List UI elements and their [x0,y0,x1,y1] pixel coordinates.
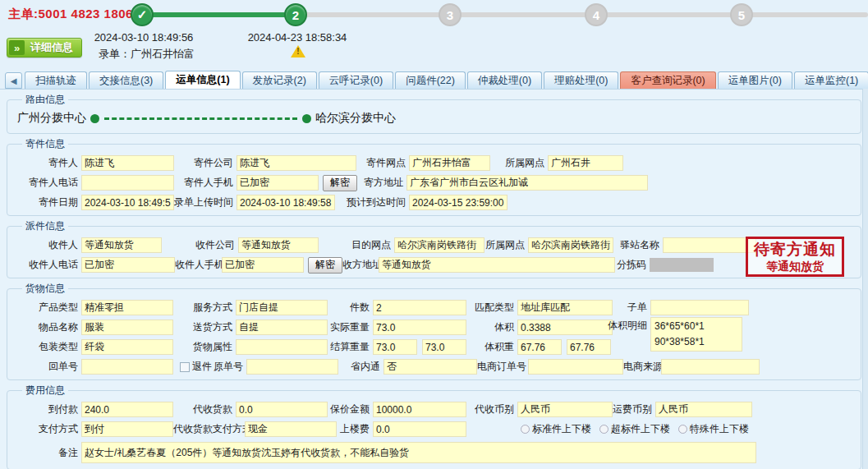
insured-amount-label: 保价金额 [328,402,373,416]
sender-company-field[interactable] [237,155,356,171]
pay-method-field[interactable] [81,421,173,437]
tab-waybill-info[interactable]: 运单信息(1) [165,71,240,89]
notice-stamp: 待寄方通知 等通知放货 [746,237,844,277]
step-3-circle: 3 [439,3,462,26]
actual-weight-field[interactable] [373,320,466,335]
receiver-company-field[interactable] [238,237,319,253]
floor-fee-field[interactable] [373,421,466,437]
insured-amount-field[interactable] [373,402,466,417]
detail-info-label: 详细信息 [26,40,81,55]
radio-standard-updown-label: 标准件上下楼 [532,422,591,436]
freight-currency-label: 运费币别 [613,402,655,416]
tab-waybill-monitor[interactable]: 运单监控(1) [794,71,868,89]
remark-field[interactable] [81,442,756,463]
eta-field[interactable] [409,195,507,210]
receipt-no-field[interactable] [81,359,173,375]
service-mode-label: 服务方式 [173,301,236,315]
package-type-field[interactable] [81,339,173,355]
route-line: 广州分拨中心 哈尔滨分拨中心 [12,108,856,129]
radio-standard-updown-icon[interactable] [521,425,530,434]
return-checkbox[interactable] [180,362,190,372]
volume-detail-field[interactable]: 36*65*60*1 90*38*58*1 [650,317,742,352]
double-chevron-icon: » [9,40,25,55]
dest-branch-field[interactable] [394,237,485,253]
ecom-order-field[interactable] [528,359,623,375]
settle-weight-field-1[interactable] [373,339,417,355]
service-mode-field[interactable] [236,300,328,315]
tab-handover-info[interactable]: 交接信息(3) [89,71,163,89]
sender-branch-label: 寄件网点 [356,156,409,170]
item-name-label: 物品名称 [12,320,81,334]
tab-claims[interactable]: 理赔处理(0) [544,71,618,89]
product-type-field[interactable] [81,300,173,315]
ecom-source-field[interactable] [661,359,760,375]
actual-weight-label: 实际重量 [328,320,373,334]
warning-icon[interactable]: ! [291,45,305,58]
remark-label: 备注 [12,446,81,460]
tab-scroll-left-icon[interactable]: ◀ [5,72,22,89]
master-waybill-number: 主单:5001 4823 1806 [8,7,133,22]
sender-date-field[interactable] [81,195,174,210]
receiver-mobile-label: 收件人手机 [175,258,222,272]
receiver-phone-field[interactable] [81,257,175,273]
stamp-line1: 待寄方通知 [754,240,836,259]
pieces-field[interactable] [373,300,466,315]
receiver-belong-branch-field[interactable] [528,237,613,253]
tab-problem-pieces[interactable]: 问题件(22) [395,71,466,89]
cod-currency-field[interactable] [517,402,613,417]
tab-cloud-call-record[interactable]: 云呼记录(0) [319,71,393,89]
settle-weight-field-2[interactable] [422,339,466,355]
radio-special-updown-icon[interactable] [678,425,687,434]
receiver-address-field[interactable] [379,257,615,273]
receiver-belong-branch-label: 所属网点 [485,238,528,252]
cod-currency-label: 代收币别 [466,402,517,416]
tab-scan-track[interactable]: 扫描轨迹 [25,71,87,89]
item-name-field[interactable] [81,320,173,335]
detail-info-button[interactable]: » 详细信息 [7,38,82,57]
original-no-field[interactable] [246,359,338,375]
cod-pay-method-field[interactable] [245,421,337,437]
sender-address-field[interactable] [406,175,648,191]
receiver-company-label: 收件公司 [162,238,238,252]
upload-time-field[interactable] [237,195,335,210]
delivery-mode-field[interactable] [236,320,328,335]
volume-weight-field-1[interactable] [517,339,562,355]
sender-name-field[interactable] [81,155,174,171]
route-dot-start-icon [90,114,99,123]
sender-phone-field[interactable] [81,175,174,191]
volume-field[interactable] [517,320,613,335]
topay-label: 到付款 [12,402,81,416]
sort-code-redacted [650,258,714,272]
tab-release-record[interactable]: 发放记录(2) [242,71,317,89]
match-type-field[interactable] [517,300,613,315]
sub-order-field[interactable] [650,300,749,315]
sender-branch-field[interactable] [409,155,490,171]
vertical-scrollbar[interactable] [862,89,868,469]
package-type-label: 包装类型 [12,340,81,354]
section-fees: 费用信息 到付款 代收货款 保价金额 代收币别 运费币别 支付方式 代收货款支付… [7,384,861,469]
tab-customer-query-record[interactable]: 客户查询记录(0) [620,71,715,89]
cargo-attr-field[interactable] [236,339,328,355]
route-dot-end-icon [302,114,311,123]
sender-mobile-field[interactable] [237,175,319,191]
tab-waybill-images[interactable]: 运单图片(0) [718,71,792,89]
volume-weight-label: 体积重 [466,340,517,354]
sender-decrypt-button[interactable]: 解密 [323,175,357,191]
receiver-name-field[interactable] [81,237,162,253]
receiver-decrypt-button[interactable]: 解密 [308,257,342,274]
section-title-fees: 费用信息 [22,384,68,398]
tab-arbitration[interactable]: 仲裁处理(0) [467,71,542,89]
sender-date-label: 寄件日期 [12,195,81,209]
topay-field[interactable] [81,402,173,417]
station-name-field[interactable] [663,237,756,253]
radio-oversize-updown-icon[interactable] [599,425,609,434]
receiver-mobile-field[interactable] [222,257,304,273]
freight-currency-field[interactable] [655,402,752,417]
pay-method-label: 支付方式 [12,422,81,436]
entry-branch: 录单：广州石井怡富 [99,47,195,62]
receiver-phone-label: 收件人电话 [12,258,81,272]
section-sender: 寄件信息 寄件人 寄件公司 寄件网点 所属网点 寄件人电话 寄件人手机 解密 寄… [7,137,861,216]
cod-field[interactable] [236,402,328,417]
sender-belong-branch-field[interactable] [548,155,623,171]
province-pass-field[interactable] [383,359,477,375]
